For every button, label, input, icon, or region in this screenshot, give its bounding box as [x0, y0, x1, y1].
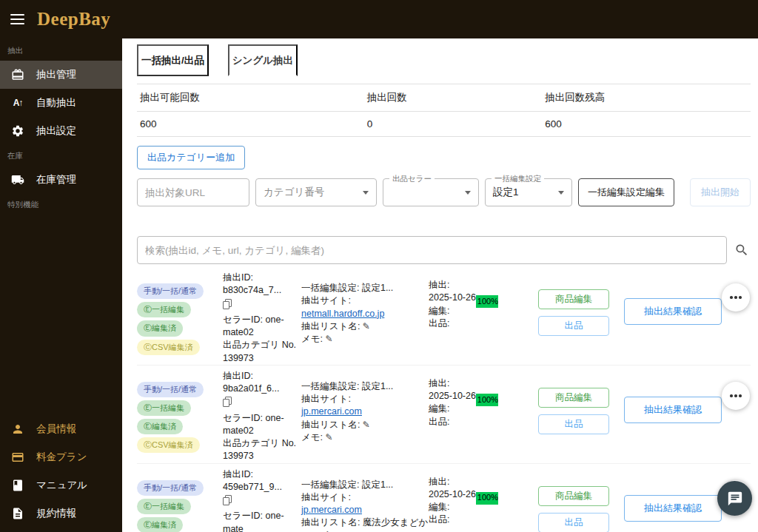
sidebar-item-price-plan[interactable]: 料金プラン — [0, 443, 122, 471]
memo-label: メモ: — [301, 432, 323, 442]
sidebar-item-label: 料金プラン — [36, 451, 87, 464]
row-confirm-cell: 抽出結果確認 — [624, 267, 722, 365]
edit-date-label: 編集: — [429, 305, 476, 317]
category-select-value: カテゴリ番号 — [264, 186, 324, 199]
sidebar-item-extract-settings[interactable]: 抽出設定 — [0, 117, 122, 145]
sidebar-item-member-info[interactable]: 会員情報 — [0, 415, 122, 443]
app-bar: DeepBay — [0, 0, 758, 38]
stat-value-used: 0 — [364, 112, 542, 137]
status-badge: Ⓔ一括編集 — [137, 499, 191, 514]
extract-id-value: 9ba2a01f_6... — [223, 383, 301, 395]
more-menu-button[interactable] — [722, 283, 750, 312]
extract-date-label: 抽出: — [429, 476, 476, 488]
search-input[interactable] — [137, 236, 727, 264]
edit-list-name-icon[interactable]: ✎ — [363, 420, 370, 430]
extract-date-value: 2025-10-26 — [429, 488, 476, 501]
product-edit-button[interactable]: 商品編集 — [538, 486, 609, 506]
tab-single-extract[interactable]: シングル抽出 — [228, 44, 298, 76]
start-extraction-button[interactable]: 抽出開始 — [690, 178, 751, 206]
row-confirm-cell: 抽出結果確認 — [624, 464, 722, 532]
extract-site-label: 抽出サイト: — [301, 393, 429, 405]
result-confirm-button[interactable]: 抽出結果確認 — [624, 397, 722, 423]
row-progress-cell: 100% — [476, 464, 517, 532]
publish-button[interactable]: 出品 — [538, 513, 609, 532]
sidebar-item-label: 自動抽出 — [36, 96, 76, 110]
batch-setting-text: 一括編集設定: 設定1... — [301, 282, 429, 294]
status-badge: Ⓔ編集済 — [137, 320, 183, 336]
chat-fab-button[interactable] — [717, 481, 752, 516]
edit-list-name-icon[interactable]: ✎ — [363, 321, 370, 331]
sidebar-item-inventory-manage[interactable]: 在庫管理 — [0, 166, 122, 194]
row-more-cell — [722, 267, 758, 365]
publish-button[interactable]: 出品 — [538, 316, 609, 336]
giftcard-icon — [10, 67, 25, 82]
search-bar — [137, 236, 751, 264]
seller-id: セラーID: one-mate — [223, 510, 301, 532]
memo-label: メモ: — [301, 334, 323, 344]
sidebar-spacer — [0, 215, 122, 415]
edit-date-label: 編集: — [429, 403, 476, 415]
tab-batch-extract[interactable]: 一括抽出/出品 — [137, 44, 209, 76]
progress-value: 100% — [476, 295, 498, 308]
extraction-form: カテゴリ番号 出品セラー 一括編集設定 設定1 一括編集設定編集 抽出開始 — [137, 178, 751, 206]
result-confirm-button[interactable]: 抽出結果確認 — [624, 495, 722, 522]
extract-site-link[interactable]: netmall.hardoff.co.jp — [301, 309, 384, 319]
status-badge: 手動/一括/通常 — [137, 480, 204, 496]
extraction-row: 手動/一括/通常 Ⓔ一括編集 Ⓔ編集済 ⒸCSV編集済 抽出ID: 459eb7… — [137, 464, 751, 532]
sidebar-item-auto-extract[interactable]: A↑ 自動抽出 — [0, 89, 122, 117]
row-date-cell: 抽出: 2025-10-26 編集: 出品: — [429, 267, 476, 365]
status-badge: 手動/一括/通常 — [137, 283, 204, 299]
seller-select[interactable]: 出品セラー — [383, 178, 479, 206]
row-badges: 手動/一括/通常 Ⓔ一括編集 Ⓔ編集済 ⒸCSV編集済 — [137, 366, 223, 463]
sidebar-item-extract-manage[interactable]: 抽出管理 — [0, 61, 122, 89]
sidebar-item-label: 在庫管理 — [36, 173, 76, 186]
main-content: 一括抽出/出品 シングル抽出 抽出可能回数 抽出回数 抽出回数残高 600 0 … — [122, 38, 758, 532]
stat-header-used: 抽出回数 — [364, 84, 542, 112]
sidebar-item-label: 会員情報 — [36, 422, 76, 436]
copy-icon[interactable] — [223, 397, 232, 407]
extract-id-value: b830c74a_7... — [223, 284, 301, 297]
row-id-cell: 抽出ID: b830c74a_7... セラーID: one-mate02 出品… — [223, 267, 301, 365]
extract-date-label: 抽出: — [429, 377, 476, 390]
extract-site-link[interactable]: jp.mercari.com — [301, 406, 362, 417]
edit-memo-icon[interactable]: ✎ — [326, 432, 333, 442]
chevron-down-icon — [558, 191, 564, 195]
product-edit-button[interactable]: 商品編集 — [538, 388, 609, 408]
product-edit-button[interactable]: 商品編集 — [538, 289, 609, 309]
extraction-row: 手動/一括/通常 Ⓔ一括編集 Ⓔ編集済 ⒸCSV編集済 抽出ID: 9ba2a0… — [137, 366, 751, 464]
status-badge: Ⓔ一括編集 — [137, 400, 191, 416]
search-icon[interactable] — [733, 241, 751, 259]
batch-edit-settings-button[interactable]: 一括編集設定編集 — [578, 178, 674, 206]
stat-header-available: 抽出可能回数 — [137, 84, 364, 112]
sidebar-section-special: 特別機能 — [0, 194, 122, 215]
extract-site-link[interactable]: jp.mercari.com — [301, 505, 362, 515]
category-number-select[interactable]: カテゴリ番号 — [255, 178, 377, 206]
row-action-cell: 商品編集 出品 — [538, 366, 609, 463]
batch-edit-setting-select[interactable]: 一括編集設定 設定1 — [485, 178, 572, 206]
extract-date-label: 抽出: — [429, 279, 476, 292]
result-confirm-button[interactable]: 抽出結果確認 — [624, 298, 722, 325]
copy-icon[interactable] — [223, 495, 232, 505]
edit-memo-icon[interactable]: ✎ — [326, 334, 333, 344]
copy-icon[interactable] — [223, 299, 232, 309]
book-icon — [10, 478, 25, 493]
list-name-label: 抽出リスト名: — [301, 321, 360, 331]
tab-bar: 一括抽出/出品 シングル抽出 — [137, 44, 751, 76]
row-detail-cell: 一括編集設定: 設定1... 抽出サイト: jp.mercari.com 抽出リ… — [301, 464, 429, 532]
add-category-button[interactable]: 出品カテゴリー追加 — [137, 146, 245, 169]
row-id-cell: 抽出ID: 459eb771_9... セラーID: one-mate 出品カテ… — [223, 464, 301, 532]
gear-icon — [10, 124, 25, 138]
menu-icon[interactable] — [0, 0, 34, 38]
extract-id-value: 459eb771_9... — [223, 481, 301, 494]
publish-button[interactable]: 出品 — [538, 414, 609, 434]
extract-url-input[interactable] — [137, 178, 249, 206]
sidebar-item-label: 抽出設定 — [36, 124, 76, 138]
extract-site-label: 抽出サイト: — [301, 491, 429, 504]
sidebar-item-manual[interactable]: マニュアル — [0, 471, 122, 499]
status-badge: Ⓔ編集済 — [137, 517, 183, 532]
more-menu-button[interactable] — [722, 382, 750, 410]
extract-id-label: 抽出ID: — [223, 272, 301, 284]
chevron-down-icon — [363, 191, 369, 195]
sidebar-item-terms[interactable]: 規約情報 — [0, 499, 122, 528]
batch-setting-text: 一括編集設定: 設定1... — [301, 380, 429, 393]
